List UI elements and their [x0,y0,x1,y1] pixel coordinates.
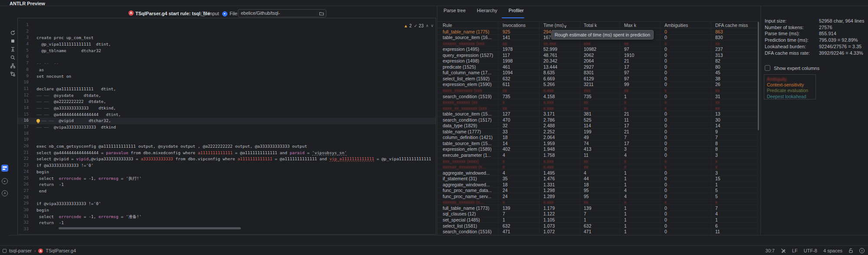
run-circle-icon[interactable]: ▸ [2,178,8,184]
file-path-field[interactable]: ebelice/Github/tsql-parser/examples/big.… [238,9,326,17]
encoding-indicator[interactable]: UTF-8 [804,248,817,253]
rule-name: data_type (1829) [443,123,477,128]
profiler-row[interactable]: table_source_item (15...141.959741708 [437,140,759,146]
line-ending-indicator[interactable]: LF [792,248,798,253]
antlr-circle-icon[interactable]: A [2,190,8,196]
cell: 735 [503,94,510,99]
profiler-row[interactable]: expression_elem (1590)6115.266321199026 [437,82,759,88]
rule-name: select_list (1581) [443,223,477,229]
profiler-row[interactable]: xxxxxx_xxxxxxx (x...xx.xxxxxxxx [437,199,759,205]
profiler-row[interactable]: xxxxxx_xxxxxxxx (x...xx.xxxxxxxx [437,164,759,170]
profiler-row[interactable]: search_condition (1519)7354.1587351031 [437,93,759,99]
status-file-name[interactable]: TSqlParser.g4 [46,248,76,253]
profiler-row[interactable]: full_column_name (17...10948.63583019704… [437,70,759,76]
column-header-time-ms-[interactable]: Time (ms) ∨ [543,23,564,28]
column-header-invocations[interactable]: Invocations [503,23,526,28]
column-separator [660,21,661,235]
profiler-row[interactable]: table_source_item (15...1273.17138121013 [437,111,759,117]
hierarchy-icon[interactable] [9,62,16,70]
stat-value: 52958 char, 964 lines [819,18,865,23]
cell: 0 [664,188,667,193]
profiler-row[interactable]: func_proc_name_data...241.29895405 [437,188,759,194]
code-line: set nocount on [36,73,431,80]
cell: 14 [503,141,508,146]
intention-bulb-icon[interactable] [36,119,40,123]
structure-icon[interactable] [9,70,16,78]
code-line [36,195,431,201]
profiler-row[interactable]: predicate (1525)46113.444292717080 [437,64,759,70]
rule-name: expression_elem (1590) [443,82,492,87]
cell: 117 [503,53,510,58]
profiler-row[interactable]: query_expression (1527)11748.76120621910… [437,52,759,58]
project-window-icon[interactable] [3,249,7,253]
profiler-row[interactable]: column_definition (1421)182.06449707 [437,135,759,141]
inspections-widget[interactable]: ▲2 ✓23 ∧ ∨ [404,23,434,29]
next-issue-chevron-icon[interactable]: ∨ [431,23,434,28]
profiler-row[interactable]: search_condition (1517)4702.78652511030 [437,117,759,123]
find-icon[interactable] [9,53,16,61]
profiler-table-header[interactable]: RuleInvocationsTime (ms) ∨Total kMax kAm… [437,21,759,28]
profiler-row[interactable]: if_statement (31)351.476441015 [437,176,759,182]
cell: xxx [584,41,591,46]
profiler-row[interactable]: data_type (1829)322.48811417014 [437,123,759,129]
caret-position[interactable]: 30:7 [766,248,775,253]
profiler-row[interactable]: xxxx_xx_xxxxxxx (xxxxxx.xxxxxxxxx [437,105,759,111]
profiler-row[interactable]: full_table_name (1773)1391.179139107 [437,205,759,211]
profiler-row[interactable]: set_special (1485)11.1051101 [437,217,759,223]
code-line: end [36,188,431,195]
profiler-row[interactable]: aggregate_windowed...181.33118101 [437,182,759,188]
lock-open-icon[interactable] [848,248,853,253]
rule-name: aggregate_windowed... [443,182,490,187]
notifications-icon[interactable]: ! [859,248,865,253]
profiler-row[interactable]: expression_elem (1589)4021.948413308 [437,146,759,152]
editor-horizontal-scrollbar[interactable] [59,227,241,229]
profiler-row[interactable]: expression (1498)199820.342206421082 [437,58,759,64]
column-header-total-k[interactable]: Total k [584,23,597,28]
column-header-rule[interactable]: Rule [443,23,452,28]
profiler-row[interactable]: sql_clauses (12)71.1227104 [437,211,759,217]
cell: xx [584,164,589,169]
profiler-row[interactable]: xxxx_xxxxxxxx (xxxxxx.xxxxxxxxxxx [437,87,759,93]
profiler-row[interactable]: table_name (1777)332.2521992109 [437,129,759,135]
profiler-row[interactable]: func_proc_name_serv...241.28995405 [437,193,759,199]
profiler-row[interactable]: search_condition (1516)4711.0724711011 [437,229,759,235]
refresh-icon[interactable] [9,29,16,36]
browse-folder-icon[interactable] [319,11,324,16]
profiler-table[interactable]: RuleInvocationsTime (ms) ∨Total kMax kAm… [437,21,759,235]
profiler-row[interactable]: xxxxxx_xxxxxxx (xxxxxxx.xxxxxxxxxxx [437,40,759,46]
cell: 0 [664,223,667,229]
profiler-row[interactable]: xxx_xxxxxx (xxxx)xx.xxxxxxxx [437,158,759,164]
highlighting-off-icon[interactable] [781,248,786,253]
input-radio-label[interactable]: Input [208,11,219,16]
cell: 4 [503,152,505,158]
input-radio[interactable] [201,11,206,17]
editor-code-area[interactable]: create proc up_com_test @p_vipa111111111… [36,22,431,233]
show-expert-columns-label[interactable]: Show expert columns [774,66,819,71]
tab-parse-tree[interactable]: Parse tree [444,8,466,17]
table-vertical-scrollbar[interactable] [758,22,759,130]
profiler-row[interactable]: execute_parameter (1...41.75811403 [437,152,759,158]
column-header-dfa-cache-miss[interactable]: DFA cache miss [715,23,748,28]
file-radio-label[interactable]: File [230,11,237,16]
cell: x [503,164,505,169]
profiler-row[interactable]: aggregate_windowed...41.4954103 [437,170,759,176]
profiler-row[interactable]: select_list_elem (1592)6326.669612997038 [437,76,759,82]
file-radio[interactable] [222,11,227,17]
column-header-ambiguities[interactable]: Ambiguities [664,23,688,28]
profiler-row[interactable]: expression (1495)197852.99910982970237 [437,46,759,53]
column-header-max-k[interactable]: Max k [624,23,636,28]
tab-profiler[interactable]: Profiler [509,8,524,17]
cell: 1.298 [543,188,555,193]
stat-value: 795.039 = 92.89% [819,37,858,43]
scroll-to-source-icon[interactable] [9,45,16,53]
status-project-name[interactable]: tsql-parser [9,248,32,253]
indent-indicator[interactable]: 4 spaces [823,248,842,253]
profiler-row[interactable]: select_list (1581)6321.073632106 [437,223,759,229]
stop-icon[interactable] [9,37,16,45]
show-expert-columns-checkbox[interactable] [765,65,770,71]
tab-hierarchy[interactable]: Hierarchy [477,8,497,17]
profiler-row[interactable]: xxxxx_xxxxxx (xxxx.xxxxxxxxx [437,99,759,106]
tool-stripe-antlr-preview-button[interactable] [1,165,8,172]
prev-issue-chevron-icon[interactable]: ∧ [426,23,429,28]
cell: 80 [715,64,720,70]
